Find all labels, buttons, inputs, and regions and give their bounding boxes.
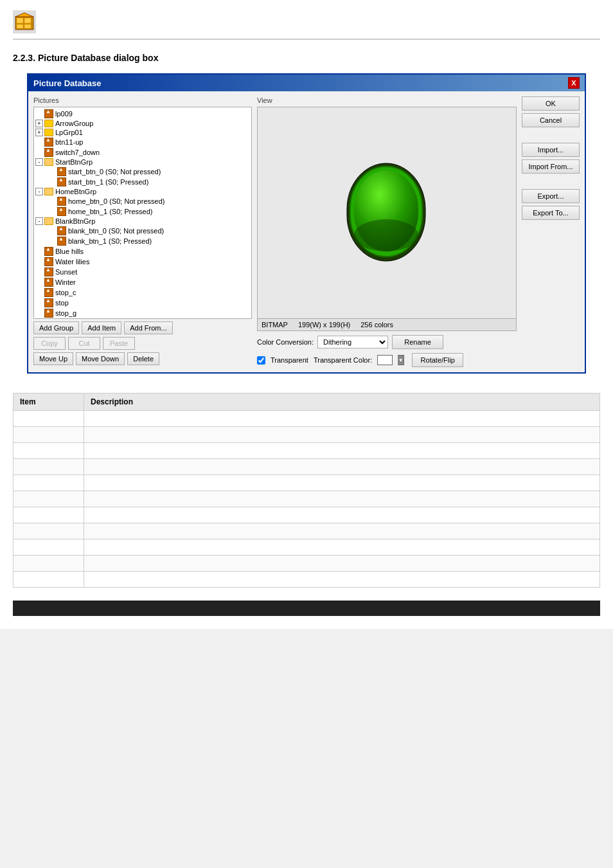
table-row	[13, 443, 600, 459]
tree-item[interactable]: stop_c	[35, 287, 250, 298]
tree-toggle-icon[interactable]: +	[35, 120, 43, 127]
cut-button[interactable]: Cut	[68, 337, 100, 350]
add-item-button[interactable]: Add Item	[82, 321, 121, 334]
table-row	[13, 572, 600, 588]
tree-toggle-icon[interactable]: -	[35, 217, 43, 225]
tree-item[interactable]: Winter	[35, 277, 250, 287]
copy-button[interactable]: Copy	[33, 337, 66, 350]
tree-item[interactable]: start_btn_1 (S0; Pressed)	[35, 177, 250, 187]
table-cell-item	[13, 556, 84, 572]
tree-item[interactable]: blank_btn_1 (S0; Pressed)	[35, 236, 250, 246]
delete-button[interactable]: Delete	[127, 352, 159, 365]
tree-item[interactable]: Water lilies	[35, 257, 250, 267]
rename-button[interactable]: Rename	[392, 335, 443, 349]
color-conversion-select[interactable]: Dithering None Closest	[317, 336, 388, 348]
image-icon	[44, 148, 53, 157]
image-icon	[57, 197, 66, 206]
tree-item-label: Sunset	[55, 268, 77, 276]
table-cell-item	[13, 572, 84, 588]
table-row	[13, 539, 600, 556]
image-icon	[44, 247, 53, 256]
tree-item[interactable]: home_btn_0 (S0; Not pressed)	[35, 196, 250, 206]
tree-item[interactable]: -HomeBtnGrp	[35, 187, 250, 196]
tree-toggle-icon[interactable]: -	[35, 158, 43, 166]
image-icon	[57, 177, 66, 186]
table-section: Item Description	[13, 393, 600, 588]
table-cell-description	[84, 411, 600, 427]
move-down-button[interactable]: Move Down	[76, 352, 125, 365]
tree-item-label: home_btn_0 (S0; Not pressed)	[68, 197, 164, 205]
table-body	[13, 411, 600, 588]
move-up-button[interactable]: Move Up	[33, 352, 73, 365]
tree-item[interactable]: start_btn_0 (S0; Not pressed)	[35, 167, 250, 177]
table-cell-item	[13, 507, 84, 523]
tree-toggle-icon[interactable]: -	[35, 188, 43, 195]
export-to-button[interactable]: Export To...	[522, 206, 580, 220]
table-row	[13, 523, 600, 539]
transparent-color-label: Transparent Color:	[314, 356, 372, 364]
tree-toggle-icon[interactable]: +	[35, 129, 43, 136]
tree-item[interactable]: home_btn_1 (S0; Pressed)	[35, 206, 250, 217]
image-icon	[57, 167, 66, 176]
tree-item[interactable]: blank_btn_0 (S0; Not pressed)	[35, 226, 250, 236]
image-icon	[57, 207, 66, 216]
open-folder-icon	[44, 217, 53, 225]
tree-item-label: start_btn_1 (S0; Pressed)	[68, 178, 148, 186]
tree-item-label: blank_btn_1 (S0; Pressed)	[68, 237, 152, 245]
image-icon	[44, 278, 53, 287]
tree-item-label: lp009	[55, 110, 73, 118]
dialog-title: Picture Database	[33, 78, 102, 88]
preview-area	[257, 107, 517, 319]
tree-item[interactable]: stop_g	[35, 308, 250, 318]
tree-item[interactable]: +LpGrp01	[35, 128, 250, 137]
transparent-checkbox[interactable]	[257, 356, 265, 365]
svg-rect-11	[354, 219, 418, 251]
tree-item-label: LpGrp01	[55, 129, 83, 136]
table-row	[13, 491, 600, 507]
btn-row-3: Move Up Move Down Delete	[33, 352, 252, 365]
table-cell-item	[13, 427, 84, 443]
preview-image	[345, 161, 429, 264]
tree-item[interactable]: Platform truck	[35, 318, 250, 319]
table-row	[13, 475, 600, 491]
color-conversion-row: Color Conversion: Dithering None Closest…	[257, 335, 517, 349]
tree-item-label: stop	[55, 299, 69, 307]
tree-item-label: StartBtnGrp	[55, 158, 93, 166]
ok-button[interactable]: OK	[522, 96, 580, 111]
rotate-flip-button[interactable]: Rotate/Flip	[412, 353, 463, 367]
add-group-button[interactable]: Add Group	[33, 321, 79, 334]
tree-item-label: Water lilies	[55, 258, 89, 266]
col-item: Item	[13, 393, 84, 411]
btn-row-2: Copy Cut Paste	[33, 337, 252, 350]
add-from-button[interactable]: Add From...	[124, 321, 172, 334]
tree-item[interactable]: -BlankBtnGrp	[35, 217, 250, 226]
table-row	[13, 507, 600, 523]
import-from-button[interactable]: Import From...	[522, 159, 580, 174]
svg-rect-3	[17, 24, 23, 28]
import-button[interactable]: Import...	[522, 143, 580, 157]
tree-item-label: stop_c	[55, 289, 76, 296]
picture-tree[interactable]: lp009+ArrowGroup+LpGrp01btn11-upswitch7_…	[33, 107, 252, 319]
tree-item[interactable]: -StartBtnGrp	[35, 158, 250, 167]
tree-item[interactable]: stop	[35, 298, 250, 308]
bitmap-colors: 256 colors	[360, 321, 393, 329]
tree-item[interactable]: switch7_down	[35, 147, 250, 158]
image-icon	[57, 226, 66, 235]
tree-item[interactable]: lp009	[35, 109, 250, 119]
image-icon	[57, 237, 66, 246]
table-row	[13, 427, 600, 443]
color-swatch-dropdown[interactable]: ▼	[398, 355, 404, 365]
tree-item[interactable]: btn11-up	[35, 137, 250, 147]
tree-item[interactable]: +ArrowGroup	[35, 119, 250, 128]
spacer-2	[522, 176, 580, 186]
dialog-close-button[interactable]: X	[568, 77, 580, 89]
cancel-button[interactable]: Cancel	[522, 113, 580, 127]
tree-item[interactable]: Sunset	[35, 267, 250, 277]
paste-button[interactable]: Paste	[103, 337, 135, 350]
image-icon	[44, 109, 53, 118]
tree-item[interactable]: Blue hills	[35, 246, 250, 257]
table-cell-description	[84, 507, 600, 523]
top-bar	[13, 6, 600, 40]
export-button[interactable]: Export...	[522, 189, 580, 203]
btn-row-1: Add Group Add Item Add From...	[33, 321, 252, 334]
